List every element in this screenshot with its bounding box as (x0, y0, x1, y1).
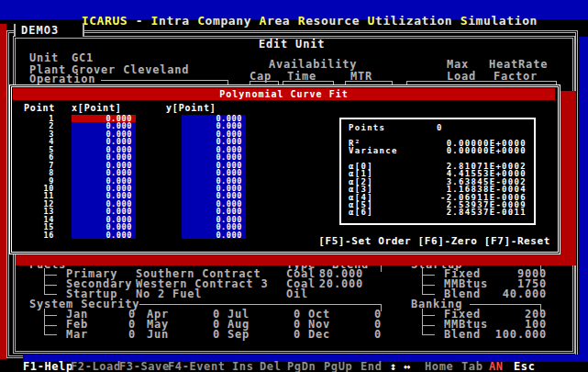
status-key-pgdn[interactable]: PgDn (287, 361, 316, 372)
app-title-segment: U (368, 14, 375, 28)
max-label: Max (447, 59, 469, 70)
dos-screen: ICARUS - Intra Company Area Resource Uti… (0, 0, 588, 372)
status-bar: F1-HelpF2-LoadF3-SaveF4-EventInsDelPgDnP… (0, 361, 588, 372)
polynomial-window-title: Polynomial Curve Fit (13, 88, 555, 100)
points-stat: Points0 (341, 124, 534, 131)
polynomial-curve-fit-window: Polynomial Curve Fit Point x[Point] y[Po… (9, 85, 560, 254)
poly-window-shadow-bottom (16, 254, 576, 265)
point-column-header: Point (24, 103, 55, 113)
point-number: 7 (12, 162, 54, 169)
fit-statistics-panel: Points0R²0.00000E+0000Variance0.00000E+0… (339, 118, 536, 225)
app-title-segment: I (151, 14, 159, 28)
fkey-hint[interactable]: [F5]-Set Order (318, 235, 411, 247)
x-column-header: x[Point] (72, 103, 122, 113)
desktop-edge-left (0, 24, 6, 359)
app-title-segment: S (460, 14, 468, 28)
fkey-hint[interactable]: [F6]-Zero (411, 235, 477, 247)
operation-section-label: Operation (29, 73, 95, 85)
x-value-cell[interactable]: 0.000 (72, 231, 136, 239)
coefficient-stat: α[6]2.84537E-0011 (341, 209, 534, 216)
status-key-f1-help[interactable]: F1-Help (23, 361, 73, 372)
point-number: 4 (12, 138, 54, 145)
banking-rule (470, 304, 536, 305)
app-title-segment: - (128, 14, 150, 28)
startup-rows: Fixed9000MMBtus1750Blend40.000 (0, 269, 588, 299)
startup-row: Fixed9000 (0, 269, 588, 279)
app-title-bar: ICARUS - Intra Company Area Resource Uti… (0, 0, 588, 19)
point-number: 3 (12, 130, 54, 138)
unit-label: Unit (29, 52, 59, 63)
startup-value-field[interactable]: 40.000 (473, 289, 547, 299)
stat-value: 2.84537E-0011 (447, 209, 527, 216)
app-title-segment: C (197, 14, 205, 28)
status-key-ins[interactable]: Ins (232, 361, 253, 372)
app-title-segment: A (260, 14, 267, 28)
banking-row: Fixed200 (0, 310, 588, 320)
app-title-segment: imulation (468, 14, 538, 28)
app-title-segment: rea (267, 14, 298, 28)
point-number: 5 (12, 146, 54, 153)
stat-value: 0.00000E+0000 (447, 147, 527, 154)
unit-value-field[interactable]: GC1 (72, 52, 94, 63)
banking-row: Blend100.000 (0, 330, 588, 340)
fit-statistics-rows: Points0R²0.00000E+0000Variance0.00000E+0… (341, 124, 534, 217)
point-number: 2 (12, 122, 54, 130)
app-title-segment: ompany (205, 14, 260, 28)
status-key-end[interactable]: End (361, 361, 382, 372)
point-number: 1 (12, 115, 54, 122)
app-title-segment: ICARUS (82, 14, 128, 28)
app-title: ICARUS - Intra Company Area Resource Uti… (82, 14, 538, 28)
horizontal-arrows-icon[interactable]: ↔ (404, 361, 411, 372)
status-key-pgup[interactable]: PgUp (324, 361, 352, 372)
point-number: 6 (12, 153, 54, 161)
stat-label: Points (349, 124, 385, 131)
variance-stat: Variance0.00000E+0000 (341, 147, 534, 154)
status-key-tab[interactable]: Tab (461, 361, 483, 372)
app-title-segment: tilization (375, 14, 460, 28)
app-title-segment: ntra (159, 14, 197, 28)
poly-points-table: 10.0000.00020.0000.00030.0000.00040.0000… (12, 115, 269, 239)
poly-window-shadow-right (560, 91, 576, 265)
app-title-segment: R (298, 14, 305, 28)
status-key-an[interactable]: AN (489, 361, 504, 372)
y-value-cell[interactable]: 0.000 (182, 231, 246, 239)
stat-value: 0 (437, 124, 443, 131)
status-key-esc[interactable]: Esc (514, 361, 535, 372)
heatrate-label: HeatRate (489, 59, 548, 70)
vertical-arrows-icon[interactable]: ↕ (390, 361, 397, 372)
stat-label: α[6] (349, 209, 373, 216)
status-key-f3-save[interactable]: F3-Save (119, 361, 170, 372)
tab-demo3[interactable]: DEMO3 (14, 24, 84, 37)
y-column-header: y[Point] (166, 103, 216, 113)
poly-footer-hints: [F5]-Set Order [F6]-Zero [F7]-Reset (318, 235, 550, 247)
stat-label: Variance (349, 147, 398, 154)
point-number: 8 (12, 169, 54, 176)
fkey-hint[interactable]: [F7]-Reset (478, 235, 550, 247)
edit-unit-title: Edit Unit (259, 39, 325, 50)
startup-row: MMBtus1750 (0, 279, 588, 289)
point-number: 16 (12, 231, 54, 239)
system-security-rule (139, 304, 376, 305)
status-key-f4-event[interactable]: F4-Event (168, 361, 226, 372)
app-title-segment: esource (305, 14, 367, 28)
banking-rows: Fixed200MMBtus100Blend100.000 (0, 310, 588, 339)
operation-rule (101, 80, 222, 81)
poly-point-row: 160.0000.000 (12, 231, 269, 239)
status-key-f2-load[interactable]: F2-Load (71, 361, 121, 372)
availability-label: Availability (269, 59, 357, 70)
status-key-home[interactable]: Home (425, 361, 453, 372)
banking-value-field[interactable]: 100.000 (473, 330, 547, 340)
status-key-del[interactable]: Del (260, 361, 281, 372)
